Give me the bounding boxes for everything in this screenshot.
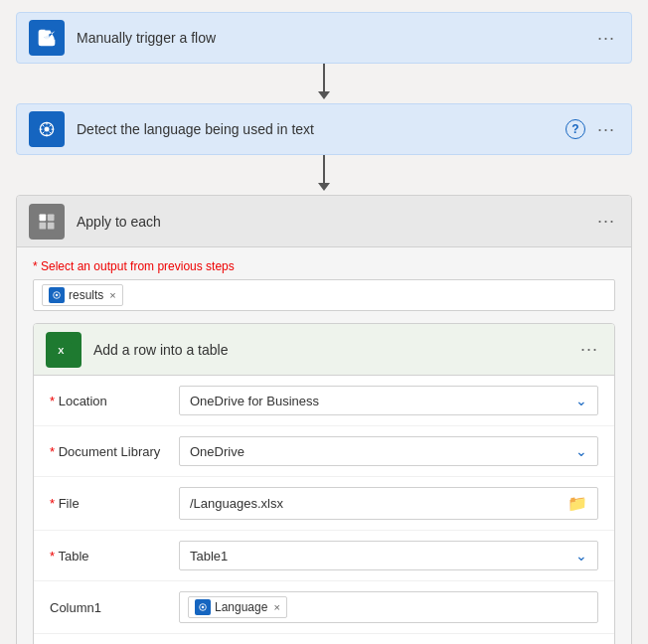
document-library-dropdown[interactable]: OneDrive ⌄ bbox=[179, 436, 598, 466]
results-tag-close[interactable]: × bbox=[109, 289, 115, 301]
apply-each-title: Apply to each bbox=[77, 214, 593, 230]
trigger-actions: ··· bbox=[593, 24, 619, 53]
detect-actions: ? ··· bbox=[566, 115, 619, 144]
column1-tag-close[interactable]: × bbox=[273, 601, 279, 613]
action-card: X Add a row into a table ··· Location bbox=[33, 323, 615, 644]
trigger-step: Manually trigger a flow ··· bbox=[16, 12, 632, 64]
arrow-line-2 bbox=[323, 155, 325, 183]
svg-point-2 bbox=[45, 127, 50, 132]
apply-each-body: * Select an output from previous steps r… bbox=[17, 247, 631, 644]
detect-menu-button[interactable]: ··· bbox=[593, 115, 619, 144]
svg-rect-5 bbox=[40, 222, 47, 229]
table-chevron-icon: ⌄ bbox=[575, 548, 587, 564]
action-title: Add a row into a table bbox=[93, 342, 576, 358]
document-library-chevron-icon: ⌄ bbox=[575, 443, 587, 459]
flow-container: Manually trigger a flow ··· Detect the l… bbox=[0, 0, 648, 644]
table-label: Table bbox=[50, 549, 179, 564]
apply-each-menu-button[interactable]: ··· bbox=[593, 207, 619, 236]
results-tag-label: results bbox=[69, 288, 103, 302]
arrow-1 bbox=[318, 64, 330, 103]
document-library-row: Document Library OneDrive ⌄ bbox=[34, 426, 614, 477]
location-value: OneDrive for Business ⌄ bbox=[179, 386, 598, 415]
output-tag-input[interactable]: results × bbox=[33, 279, 615, 311]
apply-each-actions: ··· bbox=[593, 207, 619, 236]
table-value: Table1 ⌄ bbox=[179, 541, 598, 570]
location-chevron-icon: ⌄ bbox=[575, 393, 587, 408]
action-actions: ··· bbox=[576, 335, 602, 364]
file-text: /Languages.xlsx bbox=[190, 496, 283, 511]
action-card-body: Location OneDrive for Business ⌄ Documen… bbox=[34, 376, 614, 644]
trigger-icon bbox=[29, 20, 65, 56]
file-value: /Languages.xlsx 📁 bbox=[179, 487, 598, 520]
svg-point-8 bbox=[56, 294, 59, 297]
table-row: Table Table1 ⌄ bbox=[34, 531, 614, 581]
apply-each-icon bbox=[29, 204, 65, 240]
document-library-text: OneDrive bbox=[190, 444, 244, 459]
column1-tag: Language × bbox=[188, 596, 287, 618]
trigger-title: Manually trigger a flow bbox=[77, 30, 593, 46]
results-tag: results × bbox=[42, 284, 123, 306]
table-text: Table1 bbox=[190, 549, 228, 564]
detect-icon bbox=[29, 111, 65, 147]
action-menu-button[interactable]: ··· bbox=[576, 335, 602, 364]
file-input[interactable]: /Languages.xlsx 📁 bbox=[179, 487, 598, 520]
action-icon: X bbox=[46, 332, 81, 368]
document-library-label: Document Library bbox=[50, 444, 179, 459]
arrow-head-1 bbox=[318, 91, 330, 99]
svg-rect-6 bbox=[48, 222, 55, 229]
results-tag-icon bbox=[49, 287, 65, 303]
detect-help-button[interactable]: ? bbox=[566, 119, 585, 139]
action-card-header: X Add a row into a table ··· bbox=[34, 324, 614, 376]
svg-rect-3 bbox=[40, 214, 47, 221]
column1-tag-icon bbox=[195, 599, 211, 615]
svg-text:X: X bbox=[58, 346, 65, 356]
location-label: Location bbox=[50, 394, 179, 408]
file-folder-icon: 📁 bbox=[567, 494, 587, 513]
column1-row: Column1 Lan bbox=[34, 581, 614, 634]
apply-each-header: Apply to each ··· bbox=[17, 196, 631, 247]
column1-value: Language × bbox=[179, 591, 598, 623]
trigger-menu-button[interactable]: ··· bbox=[593, 24, 619, 53]
detect-title: Detect the language being used in text bbox=[77, 121, 566, 137]
table-dropdown[interactable]: Table1 ⌄ bbox=[179, 541, 598, 570]
file-label: File bbox=[50, 496, 179, 511]
column1-input[interactable]: Language × bbox=[179, 591, 598, 623]
location-text: OneDrive for Business bbox=[190, 394, 319, 408]
document-library-value: OneDrive ⌄ bbox=[179, 436, 598, 466]
arrow-2 bbox=[318, 155, 330, 195]
arrow-line-1 bbox=[323, 64, 325, 91]
apply-each-container: Apply to each ··· * Select an output fro… bbox=[16, 195, 632, 644]
svg-rect-4 bbox=[48, 214, 55, 221]
detect-step: Detect the language being used in text ?… bbox=[16, 103, 632, 155]
column1-label: Column1 bbox=[50, 600, 179, 615]
location-dropdown[interactable]: OneDrive for Business ⌄ bbox=[179, 386, 598, 415]
select-output-label: * Select an output from previous steps bbox=[33, 259, 615, 273]
svg-point-12 bbox=[202, 606, 205, 609]
file-row: File /Languages.xlsx 📁 bbox=[34, 477, 614, 531]
column2-row: Column2 Con bbox=[34, 634, 614, 644]
arrow-head-2 bbox=[318, 183, 330, 191]
column1-tag-label: Language bbox=[215, 600, 267, 614]
location-row: Location OneDrive for Business ⌄ bbox=[34, 376, 614, 426]
